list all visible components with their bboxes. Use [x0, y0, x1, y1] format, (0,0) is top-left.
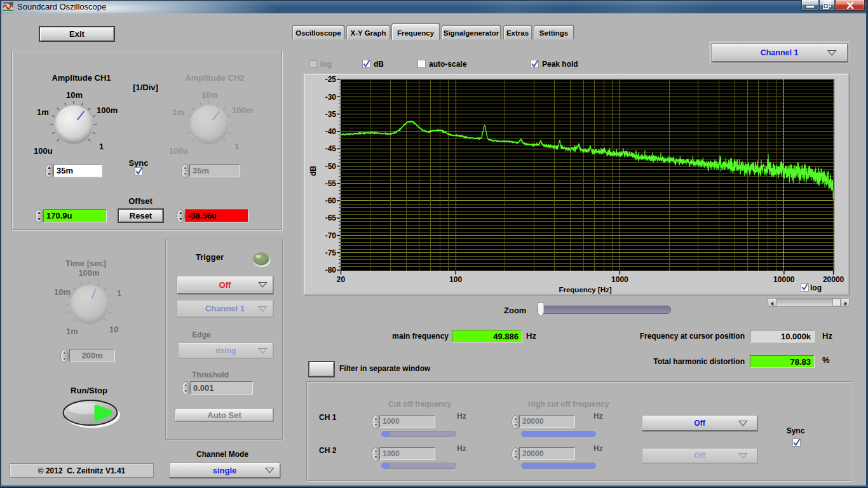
svg-text:-45: -45: [325, 144, 337, 153]
svg-text:Frequency [Hz]: Frequency [Hz]: [559, 286, 611, 294]
svg-text:-30: -30: [325, 93, 337, 102]
svg-text:-60: -60: [325, 196, 337, 205]
svg-text:1000: 1000: [611, 275, 628, 284]
svg-text:-50: -50: [325, 162, 337, 171]
svg-text:-65: -65: [325, 214, 337, 222]
svg-text:-55: -55: [325, 179, 337, 188]
svg-text:10000: 10000: [773, 275, 795, 284]
svg-text:20000: 20000: [823, 275, 844, 284]
svg-text:-35: -35: [325, 110, 337, 119]
svg-text:100: 100: [449, 275, 462, 284]
svg-text:-80: -80: [325, 266, 337, 274]
svg-text:dB: dB: [309, 166, 318, 177]
svg-text:-70: -70: [325, 231, 337, 240]
svg-text:-25: -25: [325, 75, 337, 84]
svg-text:20: 20: [337, 275, 346, 284]
svg-text:-75: -75: [325, 248, 337, 257]
svg-text:log: log: [810, 283, 822, 292]
svg-text:-40: -40: [325, 127, 337, 136]
